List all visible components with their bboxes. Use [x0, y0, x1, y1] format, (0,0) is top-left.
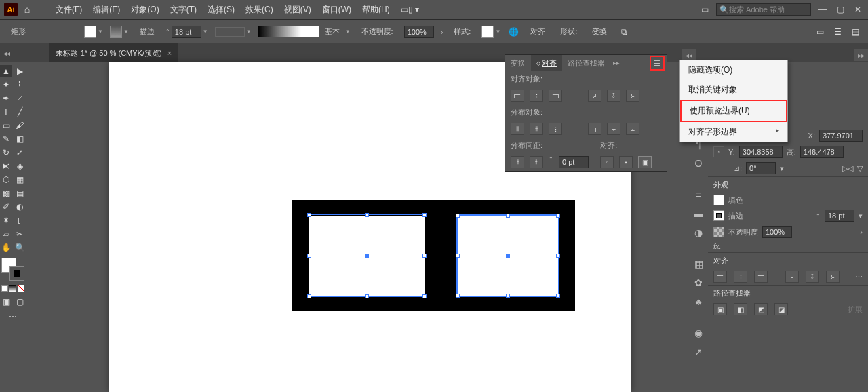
type-tool[interactable]: T — [0, 106, 12, 118]
align-left-p[interactable]: ⫍ — [713, 271, 727, 283]
tab-transform[interactable]: 变换 — [505, 55, 531, 71]
menu-select[interactable]: 选择(S) — [203, 4, 239, 16]
align-vcent[interactable]: ⫱ — [607, 90, 620, 102]
line-tool[interactable]: ╱ — [14, 106, 26, 118]
layers-panel-icon[interactable]: ◉ — [694, 327, 703, 339]
menu-effect[interactable]: 效果(C) — [241, 4, 277, 16]
window-maximize[interactable]: ▢ — [834, 5, 846, 14]
artboard-tool[interactable]: ▱ — [0, 228, 12, 240]
opacity-val-panel[interactable]: 100% — [762, 226, 792, 238]
dist-top[interactable]: ⫴ — [511, 123, 524, 135]
mesh-tool[interactable]: ▩ — [0, 187, 12, 199]
align-top-p[interactable]: ⫔ — [785, 271, 799, 283]
align-hcent-p[interactable]: ⫶ — [734, 271, 747, 283]
color-mode-swatches[interactable] — [1, 285, 24, 292]
transparency-panel-icon[interactable]: ◑ — [694, 227, 703, 239]
lasso-tool[interactable]: ⌇ — [14, 79, 26, 91]
align-hcent[interactable]: ⫶ — [530, 90, 543, 102]
align-top[interactable]: ⫔ — [588, 90, 601, 102]
edit-toolbar[interactable]: ⋯ — [7, 311, 19, 323]
panel-flyout-menu-icon[interactable]: ☰ — [650, 56, 665, 71]
fill-swatch-panel[interactable] — [713, 195, 724, 205]
more-1[interactable]: › — [441, 28, 443, 36]
search-input[interactable]: 🔍 搜索 Adobe 帮助 — [716, 3, 811, 16]
menu-file[interactable]: 文件(F) — [52, 4, 86, 16]
alignto-artboard[interactable]: ▣ — [638, 156, 652, 168]
blend-tool[interactable]: ◐ — [14, 201, 26, 213]
pf-minus[interactable]: ◧ — [734, 303, 747, 315]
y-field[interactable]: 304.8358 — [739, 146, 783, 158]
shaper-tool[interactable]: ✎ — [0, 133, 12, 145]
align-right-p[interactable]: ⫎ — [754, 271, 768, 283]
eyedropper-tool[interactable]: ✐ — [0, 201, 12, 213]
selection-1[interactable] — [309, 214, 425, 297]
gradient-tool[interactable]: ▤ — [14, 187, 26, 199]
opacity-label-panel[interactable]: 不透明度 — [728, 227, 758, 237]
menu-type[interactable]: 文字(T) — [166, 4, 201, 16]
shape-builder[interactable]: ⬡ — [0, 174, 12, 186]
rect-tool[interactable]: ▭ — [0, 119, 12, 132]
panel-more-arrow[interactable]: ▸▸ — [613, 60, 620, 66]
menu-align-glyph-bounds[interactable]: 对齐字形边界 — [680, 122, 787, 142]
selection-tool[interactable]: ▲ — [0, 65, 12, 77]
dist-hcent[interactable]: ⫟ — [607, 123, 620, 135]
hand-tool[interactable]: ✋ — [0, 241, 12, 254]
stroke-swatch-panel[interactable] — [713, 210, 724, 221]
alignto-key[interactable]: ▪ — [619, 156, 633, 168]
menu-view[interactable]: 视图(V) — [280, 4, 315, 16]
ref-point-icon[interactable]: ▫ — [713, 146, 724, 157]
menu-edit[interactable]: 编辑(E) — [89, 4, 124, 16]
alignto-sel[interactable]: ▫ — [600, 156, 614, 168]
opentype-panel-icon[interactable]: O — [695, 157, 703, 170]
align-bot[interactable]: ⫕ — [626, 90, 639, 102]
curve-tool[interactable]: ⟋ — [14, 92, 26, 104]
free-tool[interactable]: ◈ — [14, 160, 26, 172]
dist-gap-v[interactable]: ⫲ — [511, 156, 524, 168]
menu-window[interactable]: 窗口(W) — [318, 4, 355, 16]
dist-vcent[interactable]: ⫵ — [530, 123, 543, 135]
pf-unite[interactable]: ▣ — [713, 303, 727, 315]
menu-hide-options[interactable]: 隐藏选项(O) — [680, 60, 787, 80]
symbol-tool[interactable]: ✷ — [0, 214, 12, 227]
flip-h-icon[interactable]: ▷◁ — [842, 164, 853, 173]
pen-tool[interactable]: ✒ — [0, 92, 12, 104]
home-icon[interactable]: ⌂ — [20, 3, 34, 16]
perspective-tool[interactable]: ▦ — [14, 174, 26, 186]
pf-intersect[interactable]: ◩ — [754, 303, 768, 315]
ctrl-icon-3[interactable]: ▤ — [849, 26, 861, 38]
window-close[interactable]: ✕ — [852, 5, 864, 14]
appearance-panel-icon[interactable]: ▦ — [694, 258, 703, 270]
slice-tool[interactable]: ✂ — [14, 228, 26, 240]
gap-field[interactable]: 0 pt — [559, 156, 589, 168]
menu-object[interactable]: 对象(O) — [127, 4, 163, 16]
direct-select-tool[interactable]: ▶ — [14, 65, 26, 77]
transform-icon[interactable]: ⧉ — [618, 26, 630, 38]
brush-tool[interactable]: 🖌 — [14, 119, 26, 132]
opacity-swatch[interactable] — [713, 227, 724, 237]
x-field[interactable]: 377.9701 — [819, 130, 863, 142]
style-swatch[interactable]: ▼ — [481, 26, 500, 38]
align-link[interactable]: 对齐 — [526, 26, 549, 37]
align-vcent-p[interactable]: ⫱ — [806, 271, 819, 283]
close-tab-icon[interactable]: × — [167, 49, 172, 57]
stroke-panel-icon[interactable]: ≡ — [696, 189, 701, 201]
opacity-label[interactable]: 不透明度: — [357, 26, 397, 37]
dist-right[interactable]: ⫠ — [626, 123, 639, 135]
stroke-val-panel[interactable]: 18 pt — [825, 210, 854, 222]
style-label[interactable]: 样式: — [450, 26, 475, 37]
eraser-tool[interactable]: ◧ — [14, 133, 26, 145]
fx-link[interactable]: fx. — [713, 242, 722, 250]
tab-pathfinder[interactable]: 路径查找器 — [562, 55, 610, 71]
scale-tool[interactable]: ⤢ — [14, 146, 26, 159]
fill-swatch[interactable]: ▼ — [84, 26, 103, 38]
dist-gap-h[interactable]: ⫳ — [530, 156, 543, 168]
align-left[interactable]: ⫍ — [511, 90, 524, 102]
zoom-tool[interactable]: 🔍 — [14, 241, 26, 254]
stroke-weight[interactable]: ⌃18 pt▼ — [165, 26, 208, 38]
menu-use-preview-bounds[interactable]: 使用预览边界(U) — [680, 100, 787, 122]
angle-field[interactable]: 0° — [746, 162, 776, 174]
transform-link[interactable]: 变换 — [588, 26, 611, 37]
gradient-panel-icon[interactable]: ▬ — [694, 208, 703, 220]
pf-exclude[interactable]: ◪ — [774, 303, 788, 315]
var-width[interactable]: ▼ — [215, 27, 252, 37]
